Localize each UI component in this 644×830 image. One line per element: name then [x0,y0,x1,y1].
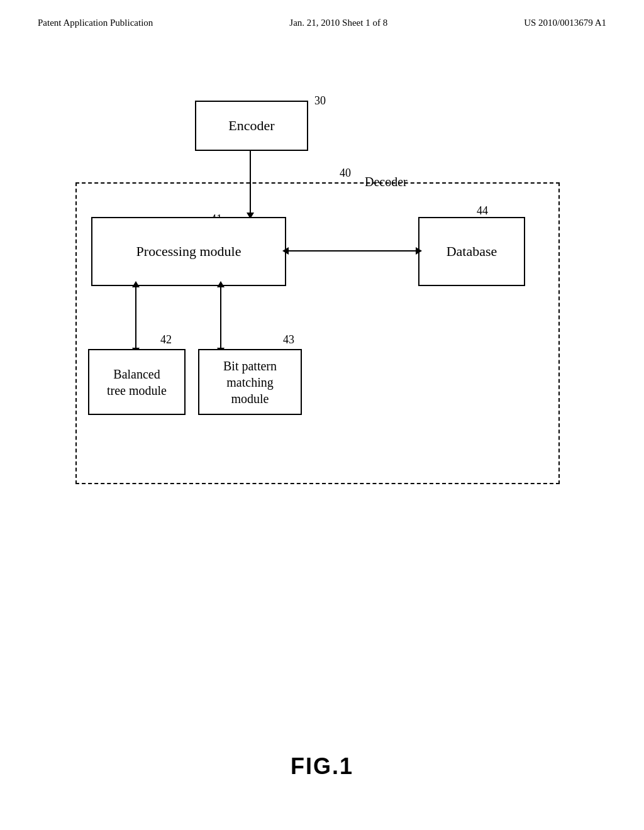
header-right: US 2010/0013679 A1 [524,18,606,28]
diagram-area: 30 Encoder 40 Decoder 41 Processing modu… [75,101,566,591]
database-box: Database [418,217,525,286]
decoder-label: Decoder [365,175,408,189]
encoder-box: Encoder [195,101,308,151]
arrow-processing-balanced [135,286,136,349]
page-header: Patent Application Publication Jan. 21, … [0,0,644,28]
figure-label: FIG.1 [291,753,353,780]
header-left: Patent Application Publication [38,18,153,28]
balanced-number: 42 [160,333,172,346]
bitpattern-number: 43 [283,333,294,346]
arrow-processing-database [287,250,417,252]
database-label: Database [447,243,497,260]
bitpattern-box: Bit patternmatchingmodule [198,349,302,415]
bitpattern-label: Bit patternmatchingmodule [223,358,277,407]
header-center: Jan. 21, 2010 Sheet 1 of 8 [289,18,387,28]
encoder-number: 30 [314,94,326,108]
processing-box: Processing module [91,217,286,286]
encoder-label: Encoder [228,118,274,134]
balanced-tree-box: Balancedtree module [88,349,186,415]
balanced-label: Balancedtree module [107,366,167,399]
database-number: 44 [477,204,488,218]
processing-label: Processing module [136,243,242,260]
decoder-number: 40 [340,167,351,180]
arrow-processing-bitpattern [220,286,221,349]
